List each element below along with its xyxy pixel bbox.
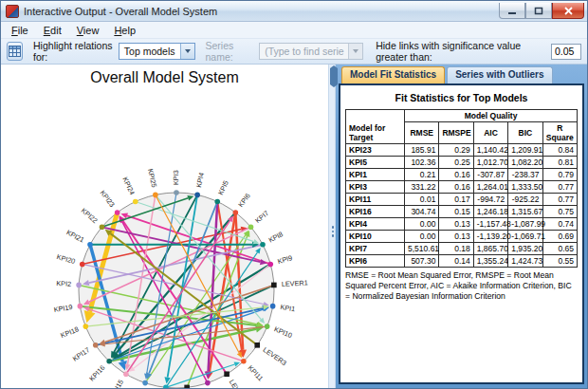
tab-strip: Model Fit Statistics Series with Outlier… (339, 66, 584, 83)
network-node[interactable] (78, 304, 83, 309)
table-cell: 0.17 (439, 194, 473, 206)
app-icon (6, 5, 19, 18)
row-header: KPI3 (346, 181, 405, 194)
network-node-label: KPI23 (99, 189, 117, 209)
row-header: KPI16 (346, 206, 405, 218)
titlebar[interactable]: Interactive Output - Overall Model Syste… (1, 1, 587, 22)
network-node[interactable] (224, 371, 230, 377)
fit-statistics-table: Model for Target Model Quality RMSERMSPE… (345, 109, 578, 268)
network-node[interactable] (100, 225, 105, 231)
tab-series-with-outliers[interactable]: Series with Outliers (447, 66, 552, 83)
row-header: KPI4 (346, 218, 405, 231)
network-node[interactable] (194, 193, 200, 198)
network-node[interactable] (205, 380, 211, 386)
table-cell: 507.30 (405, 255, 439, 268)
row-header: KPI1 (346, 169, 405, 181)
network-node[interactable] (87, 242, 93, 248)
interactive-output-window: Interactive Output - Overall Model Syste… (0, 0, 588, 389)
network-node[interactable] (270, 304, 276, 309)
network-node-label: KPI7 (253, 209, 270, 225)
highlight-relations-dropdown[interactable]: Top models (119, 43, 195, 60)
close-button[interactable] (552, 3, 584, 19)
network-node[interactable] (174, 190, 179, 195)
table-cell: 1,355.24 (473, 255, 507, 268)
table-cell: -994.72 (473, 194, 507, 206)
network-node[interactable] (260, 242, 266, 248)
table-cell: 0.77 (542, 181, 577, 194)
network-node[interactable] (76, 283, 82, 288)
column-header: BIC (508, 122, 542, 144)
table-row[interactable]: KPI16304.740.151,246.181,315.670.75 (346, 206, 578, 218)
table-row[interactable]: KPI75,510.610.181,865.701,935.200.65 (346, 243, 578, 255)
dropdown-arrow-icon[interactable] (180, 44, 194, 59)
network-node[interactable] (153, 193, 158, 198)
table-cell: 0.25 (439, 157, 473, 169)
table-cell: 0.01 (405, 194, 439, 206)
menu-edit[interactable]: Edit (36, 23, 69, 38)
table-row[interactable]: KPI40.000.13-1,157.48-1,087.990.74 (346, 218, 578, 231)
table-cell: 1,424.73 (508, 255, 542, 268)
network-diagram[interactable]: KPI3KPI4KPI5KPI6KPI7KPI8KPI9LEVER1KPI1KP… (1, 89, 328, 388)
tab-model-fit-statistics[interactable]: Model Fit Statistics (341, 66, 445, 83)
table-cell: 0.84 (542, 144, 577, 157)
network-node-label: KPI22 (80, 206, 100, 225)
network-node[interactable] (267, 262, 273, 268)
table-cell: 0.16 (439, 169, 473, 181)
column-header: RMSPE (439, 122, 473, 144)
network-node[interactable] (80, 262, 85, 268)
output-options-button[interactable] (7, 42, 23, 61)
network-node[interactable] (142, 380, 148, 386)
network-node-label: KPI8 (267, 230, 285, 244)
series-name-placeholder: (Type to find serie (260, 46, 348, 57)
network-node-label: KPI19 (53, 303, 73, 314)
table-row[interactable]: KPI100.000.13-1,139.20-1,069.710.69 (346, 231, 578, 243)
network-node-label: KPI24 (120, 176, 137, 196)
table-row[interactable]: KPI3331.220.161,264.011,333.500.77 (346, 181, 578, 194)
network-node[interactable] (271, 283, 277, 288)
network-node[interactable] (248, 225, 254, 231)
maximize-button[interactable] (525, 3, 552, 19)
menu-view[interactable]: View (69, 23, 107, 38)
table-cell: 1,333.50 (508, 181, 542, 194)
network-node[interactable] (115, 210, 120, 215)
network-node-label: KPI16 (87, 363, 106, 383)
table-cell: 0.00 (405, 218, 439, 231)
network-node[interactable] (241, 359, 247, 364)
minimize-button[interactable] (499, 3, 525, 19)
table-cell: 102.36 (405, 157, 439, 169)
network-node[interactable] (184, 385, 190, 388)
menu-help[interactable]: Help (106, 23, 143, 38)
table-cell: 1,246.18 (473, 206, 507, 218)
table-row[interactable]: KPI23185.910.291,140.421,209.910.84 (346, 144, 578, 157)
network-node[interactable] (214, 199, 220, 205)
table-row[interactable]: KPI110.010.17-994.72-925.220.77 (346, 194, 578, 206)
network-node[interactable] (123, 371, 129, 377)
fit-statistics-box: Fit Statistics for Top Models Model for … (339, 83, 584, 384)
column-header: AIC (473, 122, 507, 144)
content-area: Overall Model System KPI3KPI4KPI5KPI6KPI… (1, 65, 587, 388)
table-cell: 0.79 (542, 169, 577, 181)
table-cell: 1,140.42 (473, 144, 507, 157)
network-node[interactable] (265, 324, 270, 329)
network-node[interactable] (133, 199, 138, 205)
table-row[interactable]: KPI6507.300.141,355.241,424.730.55 (346, 255, 578, 268)
table-cell: 0.13 (439, 218, 473, 231)
network-node-label: KPI9 (277, 253, 294, 266)
significance-value-input[interactable] (551, 44, 581, 60)
splitter-collapse-icon[interactable] (330, 68, 338, 85)
table-row[interactable]: KPI10.210.16-307.87-238.370.79 (346, 169, 578, 181)
statistics-panel: Model Fit Statistics Series with Outlier… (336, 65, 587, 388)
panel-splitter[interactable] (328, 65, 336, 388)
network-node[interactable] (254, 343, 260, 348)
highlight-relations-label: Highlight relations for: (33, 40, 114, 63)
menu-file[interactable]: File (4, 23, 36, 38)
table-row[interactable]: KPI5102.360.251,012.701,082.200.81 (346, 157, 578, 169)
network-node[interactable] (106, 359, 112, 364)
network-node[interactable] (233, 210, 239, 215)
network-node-label: KPI3 (172, 170, 180, 185)
network-node[interactable] (83, 324, 89, 329)
row-header: KPI23 (346, 144, 405, 157)
table-cell: 304.74 (405, 206, 439, 218)
network-node-label: KPI21 (65, 228, 86, 244)
network-node[interactable] (93, 343, 99, 348)
